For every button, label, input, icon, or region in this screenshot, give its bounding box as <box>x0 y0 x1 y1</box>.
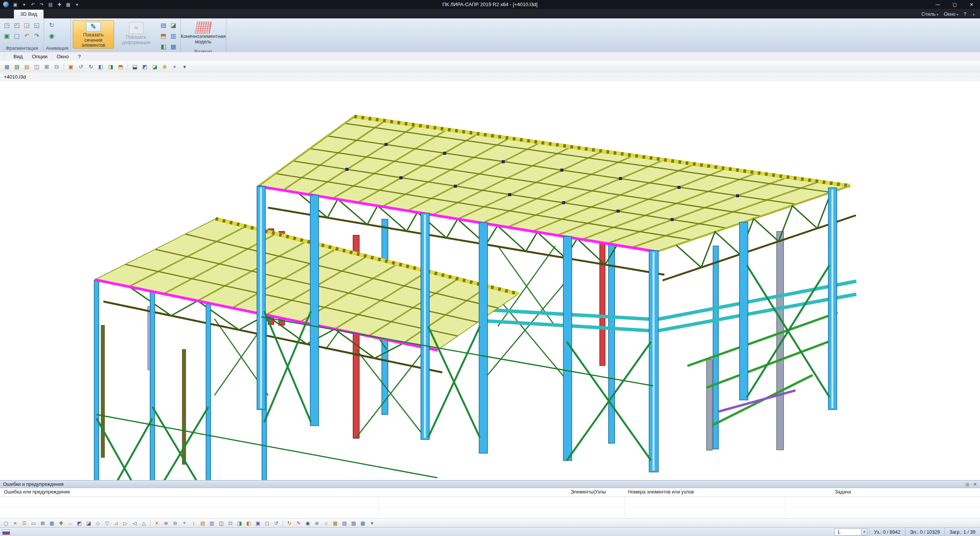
toolbar-icon[interactable]: ↕ <box>189 519 198 527</box>
fragment-cube-icon[interactable]: ◳ <box>2 20 12 30</box>
toolbar-icon[interactable]: ↻ <box>86 62 95 71</box>
fragment-cube-icon[interactable]: ◲ <box>22 20 32 30</box>
animation-record-icon[interactable]: ◉ <box>46 30 57 41</box>
undo-fragment-icon[interactable]: ↶ <box>22 30 32 41</box>
menu-item-view[interactable]: Вид <box>9 53 27 60</box>
help-menu[interactable]: ? <box>964 11 966 17</box>
toolbar-icon[interactable]: ↻ <box>285 519 294 527</box>
toolbar-icon[interactable]: ⊗ <box>312 519 321 527</box>
toolbar-icon[interactable]: ▤ <box>22 62 31 71</box>
toolbar-icon[interactable]: ⌂ <box>322 519 330 527</box>
toolbar-icon[interactable]: ▷ <box>121 519 130 527</box>
minimize-button[interactable]: — <box>929 0 946 9</box>
errors-table-body[interactable] <box>0 497 980 518</box>
toolbar-icon[interactable]: ◇ <box>93 519 102 527</box>
redo-fragment-icon[interactable]: ↷ <box>32 30 42 41</box>
show-deformations-button[interactable]: ≈ Показать деформации <box>116 20 157 49</box>
toolbar-icon[interactable]: ▧ <box>12 62 21 71</box>
fe-model-button[interactable]: Конечноэлементная модель <box>183 20 224 49</box>
toolbar-icon[interactable]: ▣ <box>66 62 75 71</box>
toolbar-icon[interactable]: ◪ <box>150 62 159 71</box>
toolbar-icon[interactable]: ▧ <box>340 519 349 527</box>
toolbar-icon[interactable]: ⬒ <box>116 62 125 71</box>
toolbar-icon[interactable]: ▩ <box>358 519 367 527</box>
toolbar-icon[interactable]: ⊞ <box>38 519 47 527</box>
view-option-icon[interactable]: ▤ <box>159 20 169 30</box>
toolbar-icon[interactable]: ⊡ <box>226 519 235 527</box>
menu-item-window[interactable]: Окно <box>52 53 73 60</box>
redo-icon[interactable]: ↷ <box>39 2 45 8</box>
toolbar-icon[interactable]: ◫ <box>32 62 41 71</box>
toolbar-icon[interactable]: ▽ <box>103 519 111 527</box>
toolbar-icon[interactable]: ▤ <box>198 519 207 527</box>
fragment-cube-icon[interactable]: ◱ <box>32 20 42 30</box>
toolbar-overflow-icon[interactable]: ▾ <box>180 62 189 71</box>
pin-icon[interactable]: ◎ <box>965 482 969 487</box>
column-header-elements-nodes[interactable]: Элементы|Узлы <box>571 489 606 495</box>
save-icon[interactable]: ▣ <box>12 2 18 8</box>
toolbar-icon[interactable]: ◩ <box>140 62 149 71</box>
app-logo-icon[interactable] <box>3 2 9 7</box>
toolbar-icon[interactable]: ▦ <box>47 519 56 527</box>
toolbar-icon[interactable]: ≡ <box>11 519 20 527</box>
view-option-icon[interactable]: ◪ <box>169 20 178 30</box>
toolbar-icon[interactable]: ▨ <box>349 519 358 527</box>
fragment-box-icon[interactable]: ▢ <box>12 30 22 41</box>
toolbar-icon[interactable]: ◁ <box>130 519 139 527</box>
toolbar-icon[interactable]: ◩ <box>75 519 84 527</box>
toolbar-icon[interactable]: ⬓ <box>130 62 139 71</box>
fragment-cube-icon[interactable]: ◰ <box>12 20 22 30</box>
undo-icon[interactable]: ↶ <box>30 2 36 8</box>
view-option-icon[interactable]: ▦ <box>169 41 178 52</box>
toolbar-icon[interactable]: ⊕ <box>162 519 170 527</box>
customize-qat-icon[interactable]: ▾ <box>74 2 80 8</box>
view-option-icon[interactable]: ⬒ <box>159 30 169 41</box>
toolbar-icon[interactable]: ⊿ <box>112 519 121 527</box>
show-sections-button[interactable]: ✎ Показать сечения элементов <box>73 20 114 49</box>
close-icon[interactable]: ✕ <box>973 482 977 487</box>
toolbar-icon[interactable]: ⌖ <box>180 519 189 527</box>
toolbar-icon[interactable]: ↔ <box>66 519 75 527</box>
toolbar-icon[interactable]: ◉ <box>303 519 312 527</box>
collapse-ribbon-icon[interactable]: ▴ <box>973 12 975 16</box>
toolbar-icon[interactable]: ▭ <box>29 519 38 527</box>
toolbar-icon[interactable]: ▣ <box>254 519 262 527</box>
chevron-down-icon[interactable]: ▾ <box>21 2 27 8</box>
column-header-numbers[interactable]: Номера элементов или узлов <box>628 489 694 495</box>
fragment-box-icon[interactable]: ▣ <box>2 30 12 41</box>
view-option-icon[interactable]: ◧ <box>159 41 169 52</box>
toolbar-icon[interactable]: ✎ <box>294 519 303 527</box>
toolbar-icon[interactable]: △ <box>139 519 148 527</box>
view-option-icon[interactable]: ▥ <box>169 30 178 41</box>
model-3d-view[interactable] <box>0 81 980 480</box>
toolbar-icon[interactable]: ⊖ <box>171 519 180 527</box>
toolbar-icon[interactable]: ▦ <box>2 62 11 71</box>
close-button[interactable]: ✕ <box>963 0 980 9</box>
column-header-task[interactable]: Задача <box>835 489 851 495</box>
toolbar-icon[interactable]: ◨ <box>235 519 244 527</box>
toolbar-icon[interactable]: ⊞ <box>42 62 51 71</box>
toolbar-icon[interactable]: ▥ <box>208 519 216 527</box>
document-icon[interactable]: ▤ <box>47 2 54 8</box>
add-icon[interactable]: ✚ <box>56 2 62 8</box>
animation-play-icon[interactable]: ↻ <box>46 20 57 30</box>
toolbar-icon[interactable]: ✚ <box>57 519 65 527</box>
toolbar-icon[interactable]: ⊟ <box>52 62 61 71</box>
toolbar-icon[interactable]: ↺ <box>272 519 281 527</box>
menu-item-options[interactable]: Опции <box>27 53 52 60</box>
errors-panel-header[interactable]: Ошибки и предупреждения ◎ ✕ <box>0 480 980 488</box>
toolbar-icon[interactable]: ▢ <box>2 519 10 527</box>
toolbar-icon[interactable]: ⌖ <box>170 62 179 71</box>
menu-item-help[interactable]: ? <box>73 53 85 60</box>
load-case-selector[interactable]: 1. ▼ <box>834 528 867 536</box>
window-menu[interactable]: Окно▾ <box>944 11 958 17</box>
toolbar-icon[interactable]: ✕ <box>152 519 161 527</box>
toolbar-icon[interactable]: ◧ <box>244 519 253 527</box>
toolbar-icon[interactable]: ↺ <box>76 62 85 71</box>
toolbar-icon[interactable]: ◻ <box>263 519 272 527</box>
tab-3d-view[interactable]: 3D Вид <box>14 10 44 18</box>
toolbar-icon[interactable]: ⊕ <box>160 62 169 71</box>
grid-icon[interactable]: ▦ <box>65 2 71 8</box>
toolbar-icon[interactable]: ◫ <box>217 519 226 527</box>
toolbar-icon[interactable]: ☰ <box>20 519 29 527</box>
